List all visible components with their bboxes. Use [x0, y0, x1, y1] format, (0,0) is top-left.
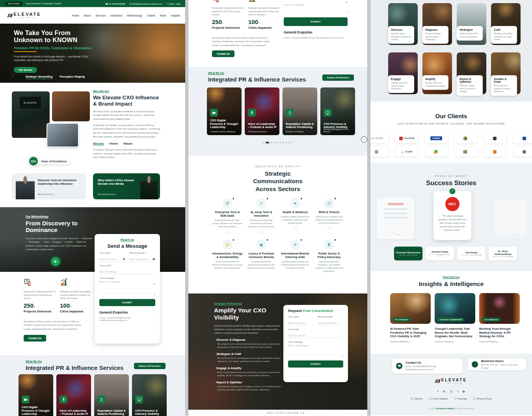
industry-infrastructure-energy[interactable]: ⚡ Infrastructure, Energy & Sustainabilit…: [210, 240, 244, 273]
insight-card-thought-leadership[interactable]: THOUGHT LEADERSHIP Thought Leadership Th…: [435, 293, 475, 343]
tab-values[interactable]: Values: [123, 142, 132, 145]
tab-strategic-storytelling[interactable]: Strategic Storytelling: [26, 75, 52, 79]
instagram-icon[interactable]: ◎: [450, 390, 452, 393]
about-us-card[interactable]: Discover how we transform leadership int…: [12, 173, 86, 199]
nav-item-methodology[interactable]: Methodology: [127, 14, 142, 17]
process-card-discover[interactable]: DiscoverUncover brand strengths & audien…: [388, 3, 418, 50]
nav-item-work[interactable]: Work: [160, 14, 166, 17]
nav-item-clients[interactable]: Clients: [147, 14, 155, 17]
footer-brand-logo[interactable]: ELEVATEONE MEDIA: [435, 378, 467, 384]
name-input[interactable]: [99, 257, 125, 262]
continue-reading-link[interactable]: Continue Reading →: [479, 340, 520, 343]
resize-handle[interactable]: ◢: [346, 11, 348, 13]
message-input[interactable]: [288, 344, 343, 355]
submit-button[interactable]: SUBMIT: [99, 299, 155, 306]
process-card-report-optimise[interactable]: Report & OptimiseMeasure impact, refine …: [457, 52, 486, 99]
service-card-digital-presence[interactable]: CXO Digital Presence & Thought Leadershi…: [19, 374, 53, 416]
dot[interactable]: [286, 142, 287, 143]
process-card-diagnose[interactable]: DiagnosePinpoint visibility gaps & growt…: [422, 3, 452, 50]
nav-item-industries[interactable]: Industries: [111, 14, 122, 17]
industry-health-wellness[interactable]: ♥ Health & Wellness Crafting credible na…: [278, 198, 312, 235]
continue-reading-link[interactable]: Continue Reading →: [435, 340, 475, 343]
careers-link[interactable]: →Careers: [411, 397, 423, 400]
process-card-engage[interactable]: EngageActivate earned & owned media, inf…: [388, 52, 418, 99]
contact-us-button[interactable]: Contact Us: [24, 335, 46, 342]
contact-us-button[interactable]: Contact Us: [212, 50, 234, 57]
explore-all-services-button[interactable]: Explore All Services: [134, 363, 166, 369]
dot[interactable]: [263, 142, 264, 143]
twitter-icon[interactable]: t: [457, 390, 458, 393]
process-card-sustain-scale[interactable]: Sustain & ScaleDrive long-term visibilit…: [491, 52, 521, 99]
resize-handle[interactable]: ◢: [342, 355, 343, 357]
industry-international-brands[interactable]: ✈ International Brands Entering India Lo…: [278, 240, 312, 273]
person-tab-atish[interactable]: Dr. Atish ChattopadhyayDIRECTOR, IMT GHA…: [489, 247, 517, 260]
dot[interactable]: [271, 142, 272, 143]
industry-ai-deep-tech[interactable]: ⚛ AI, Deep Tech & Innovation Positioning…: [244, 198, 278, 235]
service-card-voice-of-leadership[interactable]: Voice of Leadership – Podcast & Audio IP…: [245, 87, 279, 135]
tab-mission[interactable]: Mission: [93, 142, 104, 145]
scroll-top-button[interactable]: ↑: [361, 136, 367, 143]
service-card-reputation-capital[interactable]: Reputation Capital & Awards Positioning: [94, 374, 129, 416]
industry-enterprise-tech[interactable]: ⚙ Enterprise Tech & B2B SaaS Building au…: [210, 198, 244, 235]
sitemap-link[interactable]: →Sitemap: [454, 397, 467, 400]
nav-item-about[interactable]: About: [84, 14, 91, 17]
process-card-strategise[interactable]: StrategiseBuild precision PR & content g…: [457, 3, 486, 50]
brand-logo[interactable]: ELEVATEONE MEDIA: [8, 12, 41, 19]
tab-perception-shaping[interactable]: Perception Shaping: [60, 75, 85, 79]
service-card-digital-presence[interactable]: CXO Digital Presence & Thought Leadershi…: [207, 87, 242, 135]
topbar-email[interactable]: ✉hello@elevateonemedia.com: [129, 2, 162, 5]
dot[interactable]: [292, 142, 293, 143]
dot[interactable]: [280, 142, 281, 143]
continue-reading-link[interactable]: Continue Reading →: [390, 340, 431, 343]
prev-arrow-button[interactable]: ‹: [395, 229, 400, 234]
insight-card-ai-pr[interactable]: PR STRATEGY AI Powered PR: How Predictiv…: [390, 293, 431, 343]
play-video-button[interactable]: ▶: [51, 257, 60, 266]
footer-contact-text[interactable]: Phone: 91-8287938388 & Email: hello@elev…: [406, 365, 458, 371]
dot[interactable]: [274, 142, 275, 143]
process-card-craft[interactable]: CraftDevelop compelling narratives & med…: [491, 3, 521, 50]
get-in-touch-button[interactable]: Get in touch: [5, 2, 23, 6]
industry-bfsi-fintech[interactable]: ⚖ BFSI & Fintech Driving trust, credibil…: [312, 198, 346, 235]
explore-all-services-button[interactable]: Explore All Services: [322, 74, 354, 81]
phone-input[interactable]: [318, 321, 343, 325]
next-arrow-button[interactable]: ›: [512, 229, 518, 234]
email-input[interactable]: [99, 270, 155, 274]
industry-luxury-consumer[interactable]: ◆ Luxury & Premium Consumer Brands Creat…: [244, 240, 278, 273]
dot-active[interactable]: [266, 142, 269, 143]
submit-button[interactable]: SUBMIT: [288, 360, 343, 368]
nav-item-insights[interactable]: Insights: [171, 14, 180, 17]
client-support-link[interactable]: →Client Support: [429, 397, 448, 400]
resize-handle[interactable]: ◢: [154, 294, 155, 296]
topbar-phone[interactable]: ☎91-8287938388: [105, 2, 126, 5]
process-card-amplify[interactable]: AmplifyExpand reach via integrated campa…: [422, 52, 452, 99]
service-card-industry-visibility[interactable]: CXO Presence & Industry Visibility Speak…: [320, 87, 355, 135]
youtube-icon[interactable]: ▶: [463, 390, 465, 393]
dot[interactable]: [277, 142, 278, 143]
phone-input[interactable]: [129, 257, 155, 262]
service-card-reputation-capital[interactable]: Reputation Capital & Awards Positioning …: [283, 87, 317, 135]
nav-item-contact[interactable]: Contact: [185, 14, 185, 17]
name-input[interactable]: [288, 321, 314, 325]
person-tab-jasmeet[interactable]: Jasmeet SinghMD, LIV INDIA MANAGEMENT GR…: [426, 247, 454, 260]
dot[interactable]: [283, 142, 284, 143]
get-appointment-link[interactable]: Get Appointment →: [98, 193, 118, 195]
dot[interactable]: [288, 142, 290, 143]
industry-public-sector[interactable]: ♜ Public Sector & Policy Advocacy Suppor…: [312, 240, 346, 273]
carousel-prev-marks[interactable]: ‹‹‹: [12, 74, 14, 78]
linkedin-icon[interactable]: in: [443, 390, 445, 393]
tab-vision[interactable]: Vision: [109, 142, 118, 145]
appointment-card[interactable]: Why India's CXOs choose Elevate One Medi…: [93, 173, 160, 199]
facebook-icon[interactable]: f: [437, 390, 438, 393]
person-tab-prashant[interactable]: Prashant ShrivastavaMD, NEC GROUP INDIA: [394, 247, 422, 260]
service-card-industry-visibility[interactable]: CXO Presence & Industry Visibility: [132, 374, 167, 416]
person-tab-anil[interactable]: Anil AhujaCEO, IBUTI INTERNATIONAL: [457, 247, 485, 260]
nav-item-home[interactable]: Home: [72, 14, 79, 17]
submit-button[interactable]: SUBMIT: [284, 17, 348, 26]
insight-card-radical-honesty[interactable]: CXO INSIGHTS Building Trust through Radi…: [479, 293, 520, 343]
more-about-us-link[interactable]: More About Us →: [38, 193, 56, 195]
email-input[interactable]: [288, 334, 343, 338]
our-service-button[interactable]: Our Service: [14, 67, 37, 73]
service-card-voice-of-leadership[interactable]: Voice of Leadership – Podcast & Audio IP: [56, 374, 91, 416]
nav-item-services[interactable]: Services: [96, 14, 106, 17]
message-input[interactable]: [99, 280, 155, 293]
